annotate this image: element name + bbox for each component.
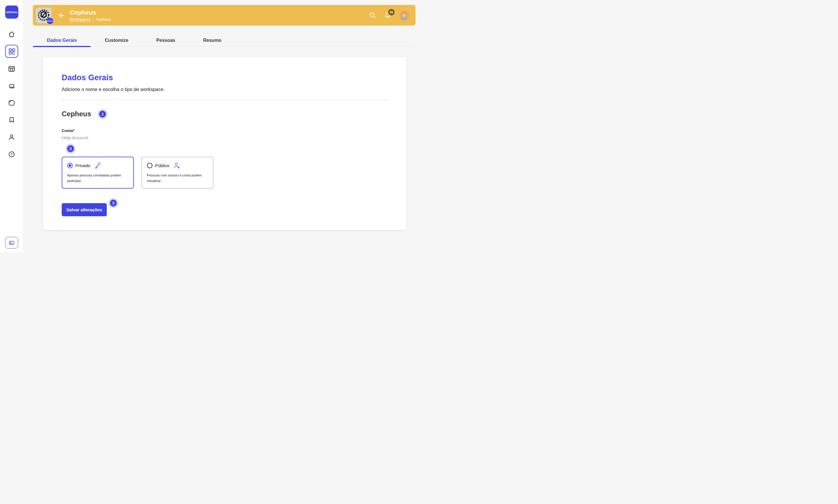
step-2-row: 2 bbox=[67, 145, 388, 152]
sidebar: wikimee bbox=[0, 0, 23, 252]
sidebar-item-help[interactable]: ? bbox=[8, 150, 15, 158]
svg-text:?: ? bbox=[11, 152, 13, 156]
app-logo[interactable]: wikimee bbox=[5, 5, 18, 19]
user-avatar-image bbox=[399, 11, 409, 20]
radio-publico[interactable] bbox=[147, 163, 152, 168]
note-icon bbox=[8, 99, 15, 107]
bookmark-icon bbox=[8, 116, 15, 124]
breadcrumb-current: Cepheus bbox=[96, 17, 111, 21]
sidebar-item-billing[interactable] bbox=[5, 237, 18, 249]
key-icon bbox=[94, 162, 102, 169]
app-logo-text: wikimee bbox=[6, 11, 17, 14]
user-avatar[interactable] bbox=[399, 11, 409, 20]
save-row: Salvar alterações 3 bbox=[62, 203, 107, 216]
visibility-options: Privado Apenas pessoas convidadas podem … bbox=[62, 157, 388, 188]
option-label: Privado bbox=[75, 163, 90, 168]
account-label: Conta* bbox=[62, 128, 388, 133]
tab-customize[interactable]: Customize bbox=[91, 34, 142, 46]
tab-pessoas[interactable]: Pessoas bbox=[142, 34, 189, 46]
notifications-button[interactable]: 20 bbox=[384, 12, 391, 19]
sidebar-item-cards[interactable] bbox=[8, 82, 15, 90]
tab-dados-gerais[interactable]: Dados Gerais bbox=[33, 34, 91, 46]
search-icon bbox=[369, 12, 376, 19]
profile-icon bbox=[8, 133, 15, 141]
billing-card-icon bbox=[9, 240, 15, 246]
breadcrumb-workspaces-link[interactable]: Workspaces bbox=[70, 17, 90, 21]
notification-count: 20 bbox=[390, 11, 393, 14]
sidebar-item-home[interactable] bbox=[8, 31, 15, 38]
option-description: Pessoas com acesso a conta podem visuali… bbox=[147, 173, 208, 184]
board-icon bbox=[8, 65, 15, 73]
tab-label: Resumo bbox=[203, 38, 221, 43]
person-add-icon bbox=[173, 162, 181, 169]
help-icon: ? bbox=[8, 150, 15, 158]
workspace-brand-badge-text: wikimee bbox=[47, 20, 53, 22]
save-button[interactable]: Salvar alterações bbox=[62, 203, 107, 216]
notification-count-badge: 20 bbox=[388, 9, 395, 15]
workspace-header: wikimee Cepheus Workspaces › Cepheus bbox=[33, 5, 415, 25]
option-header: Privado bbox=[67, 162, 128, 169]
step-badge-1: 1 bbox=[99, 111, 106, 118]
search-button[interactable] bbox=[369, 12, 376, 19]
step-number: 2 bbox=[70, 146, 72, 151]
option-privado[interactable]: Privado Apenas pessoas convidadas podem … bbox=[62, 157, 134, 188]
section-title: Dados Gerais bbox=[62, 73, 388, 82]
account-value: Help Account bbox=[62, 135, 388, 140]
sidebar-item-bookmarks[interactable] bbox=[8, 116, 15, 124]
option-publico[interactable]: Público Pessoas com acesso a conta podem… bbox=[141, 157, 213, 188]
tab-label: Customize bbox=[105, 38, 128, 43]
step-badge-3: 3 bbox=[110, 200, 117, 206]
workspace-avatar: wikimee bbox=[36, 7, 51, 23]
header-titles: Cepheus Workspaces › Cepheus bbox=[70, 9, 111, 21]
cards-icon bbox=[8, 82, 15, 90]
radio-dot bbox=[69, 164, 71, 167]
workspace-name-row: Cepheus 1 bbox=[62, 110, 388, 118]
option-header: Público bbox=[147, 162, 208, 169]
step-number: 1 bbox=[102, 112, 104, 116]
breadcrumb-separator: › bbox=[92, 17, 94, 21]
workspace-brand-badge: wikimee bbox=[47, 18, 53, 24]
sidebar-item-workspaces[interactable] bbox=[5, 45, 18, 58]
tab-resumo[interactable]: Resumo bbox=[189, 34, 235, 46]
settings-card: Dados Gerais Adicione o nome e escolha o… bbox=[43, 57, 406, 230]
tab-bar: Dados Gerais Customize Pessoas Resumo bbox=[33, 34, 415, 47]
option-label: Público bbox=[155, 163, 169, 168]
tab-label: Pessoas bbox=[156, 38, 175, 43]
tab-label: Dados Gerais bbox=[47, 38, 77, 43]
header-actions: 20 bbox=[369, 11, 409, 20]
breadcrumb: Workspaces › Cepheus bbox=[70, 17, 111, 21]
home-icon bbox=[8, 31, 15, 38]
section-subtitle: Adicione o nome e escolha o tipo de work… bbox=[62, 87, 388, 92]
sidebar-item-notes[interactable] bbox=[8, 99, 15, 107]
step-number: 3 bbox=[112, 201, 115, 205]
option-description: Apenas pessoas convidadas podem particip… bbox=[67, 173, 128, 184]
radio-privado[interactable] bbox=[67, 163, 73, 168]
arrow-left-icon bbox=[58, 12, 66, 19]
page-title: Cepheus bbox=[70, 9, 111, 16]
step-badge-2: 2 bbox=[67, 145, 74, 152]
sidebar-item-profile[interactable] bbox=[8, 133, 15, 141]
sidebar-item-boards[interactable] bbox=[8, 65, 15, 73]
workspace-name: Cepheus bbox=[62, 110, 91, 118]
back-button[interactable] bbox=[58, 12, 66, 19]
apps-icon bbox=[8, 48, 15, 55]
